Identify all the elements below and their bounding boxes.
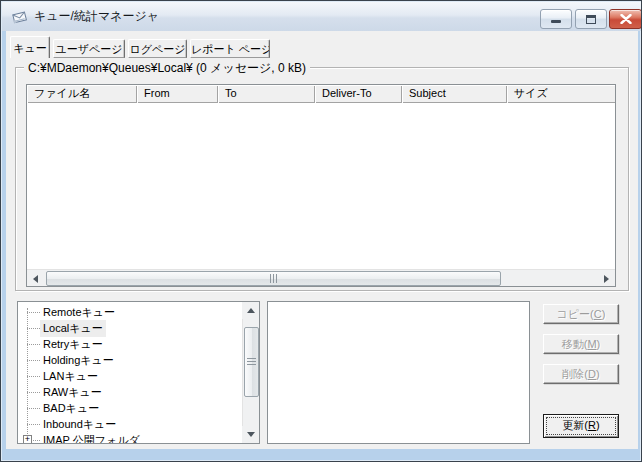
button-label: 削除( [562, 368, 588, 380]
tree-item-inbound[interactable]: Inboundキュー [18, 416, 242, 432]
tree-item-local[interactable]: Localキュー [18, 320, 242, 336]
queue-groupbox: C:¥MDaemon¥Queues¥Local¥ (0 メッセージ, 0 kB)… [15, 67, 629, 291]
tree-branch-icon [27, 392, 40, 393]
scrollbar-grip-icon [270, 274, 278, 283]
column-header-from[interactable]: From [137, 85, 218, 103]
tree-branch-icon [27, 424, 40, 425]
tree-item-bad[interactable]: BADキュー [18, 400, 242, 416]
button-label: 移動( [562, 338, 588, 350]
vertical-scrollbar-thumb[interactable] [244, 327, 259, 397]
title-bar[interactable]: キュー/統計マネージャ [2, 2, 642, 31]
tree-item-label: BADキュー [40, 400, 102, 417]
button-label: ) [596, 419, 600, 431]
maximize-button[interactable] [575, 9, 607, 29]
tree-item-holding[interactable]: Holdingキュー [18, 352, 242, 368]
tab-report-page[interactable]: レポート ページ [190, 39, 270, 58]
tree-vertical-scrollbar[interactable] [242, 302, 259, 443]
button-label: ) [602, 308, 606, 320]
scroll-down-button[interactable] [242, 426, 259, 443]
tree-item-label: IMAP 公開フォルダ [40, 432, 143, 444]
tree-item-label: LANキュー [40, 368, 101, 385]
tree-branch-icon [27, 376, 40, 377]
tree-item-remote[interactable]: Remoteキュー [18, 304, 242, 320]
arrow-left-icon [33, 275, 38, 283]
table-header-row: ファイル名 From To Deliver-To Subject サイズ [27, 85, 615, 103]
column-header-to[interactable]: To [218, 85, 315, 103]
minimize-button[interactable] [540, 9, 572, 29]
button-label: ) [596, 368, 600, 380]
tree-item-raw[interactable]: RAWキュー [18, 384, 242, 400]
dialog-client-area: キュー ユーザページ ログページ レポート ページ C:¥MDaemon¥Que… [6, 31, 638, 449]
button-accesskey: M [587, 338, 596, 350]
column-header-size[interactable]: サイズ [507, 85, 615, 103]
horizontal-scrollbar[interactable] [27, 269, 615, 286]
scroll-right-button[interactable] [598, 270, 615, 287]
column-header-deliver-to[interactable]: Deliver-To [315, 85, 402, 103]
tree-items: Remoteキュー Localキュー Retryキュー Holdingキュー L… [18, 304, 242, 443]
tree-branch-icon [27, 312, 40, 313]
tree-branch-icon [27, 408, 40, 409]
scrollbar-grip-icon [247, 358, 256, 366]
tree-item-label: RAWキュー [40, 384, 105, 401]
delete-button[interactable]: 削除(D) [543, 364, 619, 384]
tree-item-retry[interactable]: Retryキュー [18, 336, 242, 352]
arrow-down-icon [247, 432, 255, 437]
tree-branch-icon [27, 328, 40, 329]
tab-log-page[interactable]: ログページ [128, 39, 187, 58]
queue-path-label: C:¥MDaemon¥Queues¥Local¥ (0 メッセージ, 0 kB) [24, 60, 310, 77]
mail-queue-icon [11, 9, 28, 25]
expand-plus-icon[interactable]: + [23, 435, 32, 443]
arrow-right-icon [604, 275, 609, 283]
horizontal-scrollbar-thumb[interactable] [46, 271, 501, 286]
tree-item-lan[interactable]: LANキュー [18, 368, 242, 384]
queue-message-table: ファイル名 From To Deliver-To Subject サイズ [26, 84, 616, 287]
button-accesskey: D [588, 368, 596, 380]
tree-item-label: Remoteキュー [40, 304, 118, 321]
tab-user-page[interactable]: ユーザページ [53, 39, 125, 58]
window-title: キュー/統計マネージャ [34, 2, 159, 31]
refresh-button[interactable]: 更新(R) [543, 414, 619, 438]
tree-item-imap-public-folders[interactable]: +IMAP 公開フォルダ [18, 432, 242, 443]
queue-stats-manager-window: キュー/統計マネージャ キュー ユーザページ ログページ レポート ページ C:… [0, 0, 642, 462]
button-label: ) [597, 338, 601, 350]
move-button[interactable]: 移動(M) [543, 334, 619, 354]
close-icon [620, 14, 632, 24]
column-header-filename[interactable]: ファイル名 [27, 85, 137, 103]
tree-item-label: Retryキュー [40, 336, 106, 353]
tree-item-label: Inboundキュー [40, 416, 119, 433]
button-accesskey: R [588, 419, 596, 431]
tree-item-label: Holdingキュー [40, 352, 117, 369]
scroll-up-button[interactable] [242, 302, 259, 319]
arrow-up-icon [247, 308, 255, 313]
maximize-icon [586, 15, 597, 24]
column-header-subject[interactable]: Subject [402, 85, 507, 103]
tree-branch-icon [27, 360, 40, 361]
close-button[interactable] [609, 9, 642, 29]
tree-branch-icon [31, 440, 40, 441]
queue-table-body[interactable] [27, 103, 615, 269]
tab-queue[interactable]: キュー [10, 36, 50, 58]
tree-item-label: Localキュー [40, 320, 106, 337]
button-label: コピー( [557, 308, 594, 320]
button-accesskey: C [594, 308, 602, 320]
scroll-left-button[interactable] [27, 270, 44, 287]
button-label: 更新( [562, 419, 588, 431]
minimize-icon [551, 15, 562, 24]
copy-button[interactable]: コピー(C) [543, 304, 619, 324]
tree-branch-icon [27, 344, 40, 345]
queue-tree[interactable]: Remoteキュー Localキュー Retryキュー Holdingキュー L… [17, 301, 260, 444]
message-detail-list[interactable] [267, 301, 530, 444]
